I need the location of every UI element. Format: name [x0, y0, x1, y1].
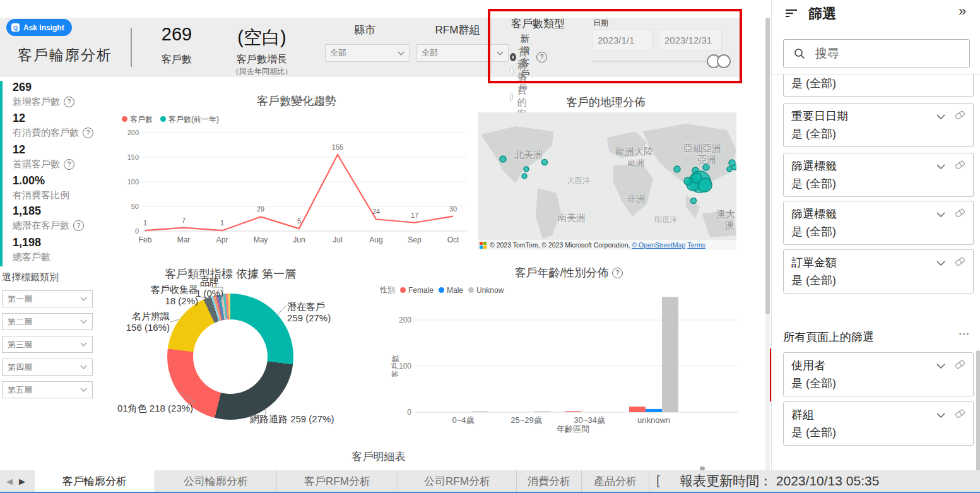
donut-slice-label: 品牌1 (0%)	[189, 276, 230, 299]
chevron-down-icon[interactable]	[936, 208, 945, 221]
help-icon[interactable]: ?	[64, 97, 74, 107]
svg-text:200: 200	[127, 129, 139, 136]
filter-card-value: 是 (全部)	[791, 224, 965, 239]
stat-label: 新增客戶數?	[13, 96, 74, 108]
stat-value: 1,198	[13, 236, 41, 249]
map-label-asia: 亞洲	[697, 154, 716, 166]
filter-card-value: 是 (全部)	[791, 126, 965, 141]
eraser-icon[interactable]	[954, 208, 965, 221]
map-label-australia: 澳大	[716, 208, 735, 220]
chevron-down-icon	[80, 319, 87, 324]
map-label-australia2: 澳	[725, 220, 735, 232]
chat-bubble-icon: Q	[11, 23, 20, 32]
tag-level-dropdown[interactable]: 第四層	[2, 359, 93, 376]
svg-text:Oct: Oct	[447, 235, 459, 244]
svg-text:17: 17	[411, 211, 418, 219]
filter-card-header: 篩選標籤	[791, 206, 965, 222]
svg-text:7: 7	[182, 217, 186, 224]
geo-map[interactable]: 北美洲 歐洲大陸 歐洲 亞細亞洲 亞洲 大西洋 非洲 南美洲 印度洋 澳大 澳 …	[478, 112, 736, 250]
tab-6[interactable]: 產品分析	[582, 470, 649, 492]
osm-link[interactable]: © OpenStreetMap	[632, 241, 685, 249]
tag-level-dropdown[interactable]: 第三層	[2, 336, 93, 353]
filter-card-title: 重要日日期	[791, 109, 848, 124]
tab-3[interactable]: 客戶RFM分析	[277, 470, 398, 492]
tab-1[interactable]: 客戶輪廓分析	[35, 470, 155, 492]
tag-level-dropdown[interactable]: 第五層	[2, 381, 93, 398]
svg-text:Sep: Sep	[408, 235, 422, 244]
filter-card-page-0[interactable]: 重要日日期是 (全部)	[783, 103, 974, 147]
tab-4[interactable]: 公司RFM分析	[398, 470, 517, 492]
help-icon[interactable]: ?	[612, 268, 623, 278]
canvas-scrollbar-thumb[interactable]	[765, 18, 770, 314]
chevron-down-icon[interactable]	[936, 359, 945, 372]
chevron-down-icon[interactable]	[936, 408, 945, 422]
filter-card-user[interactable]: 使用者是 (全部)	[783, 352, 974, 396]
stat-value: 269	[13, 81, 32, 94]
svg-text:155: 155	[332, 143, 343, 151]
kpi-customer-count-value: 269	[150, 24, 203, 45]
svg-text:30~34歲: 30~34歲	[574, 415, 605, 425]
svg-text:客戶數: 客戶數	[391, 355, 399, 377]
tab-5[interactable]: 消費分析	[517, 470, 582, 492]
filter-pane-title: 篩選	[808, 4, 836, 23]
ask-insight-button[interactable]: Q Ask Insight	[6, 19, 72, 36]
eraser-icon[interactable]	[954, 160, 965, 173]
donut-slice-label: 名片辨識156 (16%)	[115, 311, 170, 333]
customer-type-label: 客戶數類型	[511, 16, 565, 31]
map-label-europe: 歐洲	[628, 158, 644, 169]
donut-slice-label: 潛在客戶259 (27%)	[287, 301, 357, 324]
filter-card-page-3[interactable]: 訂單金額是 (全部)	[783, 249, 974, 294]
tab-next-icon[interactable]: ▶	[19, 477, 25, 486]
chevron-down-icon[interactable]	[936, 160, 945, 173]
svg-text:150: 150	[127, 153, 139, 161]
line-chart[interactable]: 050100150200171295155241730FebMarAprMayJ…	[119, 125, 475, 251]
tabs-host: 客戶輪廓分析公司輪廓分析客戶RFM分析公司RFM分析消費分析產品分析	[35, 470, 649, 492]
tag-level-dropdown[interactable]: 第一層	[2, 290, 93, 307]
terms-link[interactable]: Terms	[687, 241, 705, 249]
filter-card-clipped[interactable]: 是 (全部)	[783, 74, 974, 97]
date-slider-handle-end[interactable]	[717, 54, 731, 68]
radio-icon[interactable]	[510, 93, 513, 101]
eraser-icon[interactable]	[954, 256, 965, 270]
collapse-pane-icon[interactable]: »	[959, 3, 966, 20]
filter-card-value: 是 (全部)	[791, 176, 965, 191]
county-filter-dropdown[interactable]: 全部	[325, 44, 410, 62]
status-bracket: [	[656, 473, 660, 488]
help-icon[interactable]: ?	[536, 52, 547, 62]
tag-level-dropdown[interactable]: 第二層	[2, 313, 93, 330]
date-slider-track[interactable]	[592, 61, 710, 62]
chevron-down-icon[interactable]	[936, 256, 945, 270]
pane-scrollbar-thumb[interactable]	[976, 350, 980, 473]
more-options-icon[interactable]: ...	[959, 324, 970, 338]
filter-card-header: 使用者	[791, 358, 965, 373]
help-icon[interactable]: ?	[64, 159, 74, 170]
eraser-icon[interactable]	[954, 408, 965, 422]
filter-card-page-1[interactable]: 篩選標籤是 (全部)	[783, 153, 974, 197]
chevron-down-icon	[80, 342, 87, 347]
tab-2[interactable]: 公司輪廓分析	[155, 470, 277, 492]
tab-prev-icon[interactable]: ◀	[6, 477, 13, 486]
stat-label: 總客戶數	[13, 251, 50, 263]
rfm-filter-dropdown[interactable]: 全部	[416, 44, 509, 62]
bar-chart[interactable]: 01002000~4歲25~29歲30~34歲unknown年齡區間客戶數	[390, 295, 747, 433]
filter-card-group[interactable]: 群組是 (全部)	[783, 401, 974, 446]
chevron-down-icon	[80, 297, 87, 301]
help-icon[interactable]: ?	[83, 128, 93, 138]
chevron-down-icon	[497, 51, 504, 56]
help-icon[interactable]: ?	[73, 220, 84, 231]
svg-text:100: 100	[127, 178, 139, 186]
microsoft-logo-icon	[480, 242, 487, 249]
date-start-input[interactable]: 2023/1/1	[592, 29, 652, 50]
chevron-down-icon[interactable]	[936, 110, 945, 123]
svg-text:年齡區間: 年齡區間	[557, 424, 589, 433]
all-pages-heading: 所有頁面上的篩選	[783, 330, 874, 345]
map-canvas	[478, 112, 736, 250]
svg-text:May: May	[254, 235, 268, 244]
detail-table-title: 客戶明細表	[316, 449, 442, 464]
filter-card-page-2[interactable]: 篩選標籤是 (全部)	[783, 201, 974, 245]
filter-search-box[interactable]: 搜尋	[783, 39, 970, 68]
legend-item: 客戶數(前一年)	[160, 114, 219, 125]
date-end-input[interactable]: 2023/12/31	[659, 29, 722, 50]
eraser-icon[interactable]	[954, 110, 965, 123]
eraser-icon[interactable]	[954, 359, 965, 372]
